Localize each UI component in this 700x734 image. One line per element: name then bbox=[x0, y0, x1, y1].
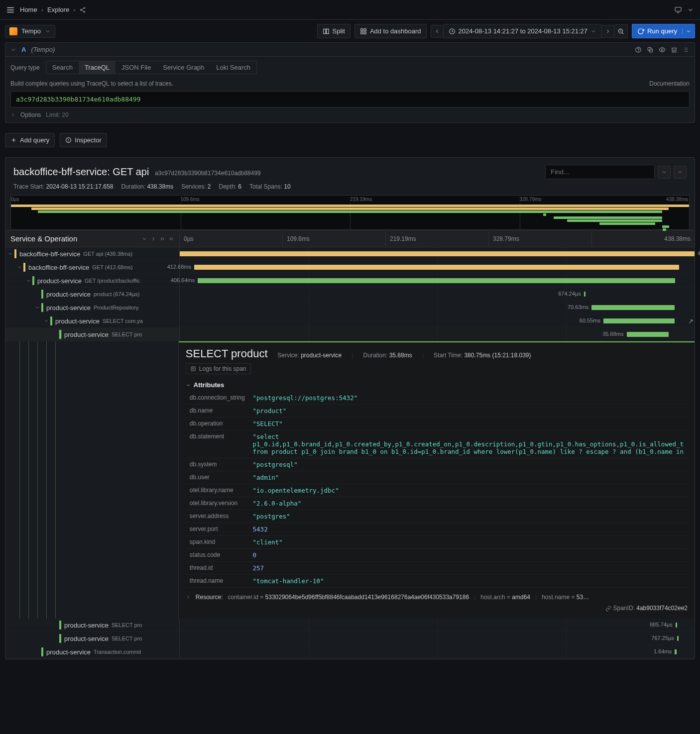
span-bar[interactable] bbox=[198, 278, 675, 283]
attr-key: db.connection_string bbox=[186, 392, 249, 405]
svg-rect-8 bbox=[675, 7, 681, 11]
share-icon[interactable] bbox=[79, 6, 86, 13]
collapse-all-icon[interactable] bbox=[141, 236, 147, 242]
attr-value: "client" bbox=[249, 536, 688, 549]
split-button[interactable]: Split bbox=[317, 24, 350, 38]
drag-handle-icon[interactable] bbox=[683, 46, 690, 53]
span-bar[interactable] bbox=[675, 649, 677, 654]
eye-icon[interactable] bbox=[659, 46, 666, 53]
span-service: product-service bbox=[37, 277, 82, 285]
span-bar[interactable] bbox=[676, 623, 677, 628]
span-bar[interactable] bbox=[194, 265, 679, 270]
attr-row: db.operation"SELECT" bbox=[186, 418, 688, 430]
span-operation: GET /product/backoffic bbox=[85, 278, 140, 284]
span-id: SpanID: 4ab9033f74c02ee2 bbox=[186, 605, 688, 612]
attr-key: db.statement bbox=[186, 430, 249, 458]
span-detail-start: Start Time: 380.75ms (15:21:18.039) bbox=[434, 352, 531, 359]
trash-icon[interactable] bbox=[671, 46, 678, 53]
span-bar[interactable] bbox=[584, 292, 585, 297]
time-range-picker[interactable]: 2024-08-13 14:21:27 to 2024-08-13 15:21:… bbox=[444, 24, 602, 38]
span-bar[interactable] bbox=[677, 636, 679, 641]
time-next-button[interactable] bbox=[601, 25, 614, 38]
span-duration: 885.74µs bbox=[650, 622, 675, 628]
chevron-down-icon[interactable] bbox=[687, 6, 694, 13]
span-color-bar bbox=[41, 303, 43, 312]
add-query-button[interactable]: Add query bbox=[5, 133, 55, 147]
traceql-input[interactable]: a3c97d283b3390b81734e610adb88499 bbox=[10, 91, 690, 107]
attr-row: db.connection_string"postgresql://postgr… bbox=[186, 392, 688, 405]
attr-key: db.system bbox=[186, 458, 249, 471]
run-query-button[interactable]: Run query bbox=[632, 24, 695, 38]
breadcrumb-home[interactable]: Home bbox=[20, 6, 37, 13]
span-bar[interactable] bbox=[603, 318, 675, 323]
trace-overview[interactable]: 0µs109.6ms219.19ms328.79ms438.38ms bbox=[10, 195, 690, 230]
collapse-one-icon[interactable] bbox=[159, 236, 165, 242]
attr-row: db.name"product" bbox=[186, 405, 688, 418]
expand-caret-icon[interactable] bbox=[43, 318, 49, 324]
span-row[interactable]: product-serviceSELECT pro885.74µs bbox=[5, 619, 695, 632]
span-row[interactable]: product-serviceSELECT pro35.88ms bbox=[5, 328, 695, 341]
datasource-picker[interactable]: Tempo bbox=[5, 25, 55, 38]
tempo-logo-icon bbox=[9, 27, 17, 35]
resource-summary[interactable]: Resource: container.id = 533029064be5d96… bbox=[186, 594, 688, 601]
monitor-icon[interactable] bbox=[674, 6, 682, 14]
add-to-dashboard-button[interactable]: Add to dashboard bbox=[354, 24, 427, 38]
span-operation: SELECT pro bbox=[112, 331, 142, 337]
expand-caret-icon bbox=[52, 635, 58, 641]
copy-icon[interactable] bbox=[647, 46, 654, 53]
svg-point-4 bbox=[81, 9, 82, 10]
span-row[interactable]: product-serviceproduct (674.24µs)674.24µ… bbox=[5, 288, 695, 301]
span-bar[interactable] bbox=[591, 305, 674, 310]
span-bar[interactable] bbox=[627, 332, 669, 337]
find-input[interactable] bbox=[545, 165, 655, 179]
find-prev-button[interactable] bbox=[674, 166, 687, 179]
tab-service-graph[interactable]: Service Graph bbox=[157, 61, 210, 74]
trace-title: backoffice-bff-service: GET api a3c97d28… bbox=[13, 166, 261, 178]
help-icon[interactable] bbox=[635, 46, 642, 53]
attr-value: 5432 bbox=[249, 523, 688, 536]
add-dashboard-label: Add to dashboard bbox=[370, 27, 421, 35]
span-row[interactable]: backoffice-bff-serviceGET api (438.38ms)… bbox=[5, 247, 695, 261]
span-service: product-service bbox=[46, 648, 91, 656]
inspector-button[interactable]: Inspector bbox=[60, 133, 107, 147]
find-next-button[interactable] bbox=[658, 166, 671, 179]
expand-caret-icon[interactable] bbox=[16, 264, 22, 270]
attr-value: "2.6.0-alpha" bbox=[249, 497, 688, 510]
span-row[interactable]: backoffice-bff-serviceGET (412.68ms)412.… bbox=[5, 261, 695, 274]
attr-key: thread.id bbox=[186, 562, 249, 575]
chevron-down-icon[interactable] bbox=[10, 47, 16, 53]
expand-caret-icon[interactable] bbox=[25, 278, 31, 284]
expand-one-icon[interactable] bbox=[150, 236, 156, 242]
breadcrumb-explore[interactable]: Explore bbox=[47, 6, 69, 13]
tab-json-file[interactable]: JSON File bbox=[116, 61, 157, 74]
query-type-tabs: SearchTraceQLJSON FileService GraphLoki … bbox=[46, 61, 257, 74]
span-row[interactable]: product-serviceProductRepository.70.63ms bbox=[5, 301, 695, 315]
logs-for-span-button[interactable]: Logs for this span bbox=[186, 363, 251, 374]
zoom-out-button[interactable] bbox=[614, 24, 628, 38]
attr-value: "tomcat-handler-10" bbox=[249, 575, 688, 588]
span-color-bar bbox=[59, 330, 61, 339]
tab-traceql[interactable]: TraceQL bbox=[79, 61, 116, 74]
svg-point-21 bbox=[638, 51, 639, 51]
span-row[interactable]: product-serviceTransaction.commit1.64ms bbox=[5, 645, 695, 659]
attr-key: status.code bbox=[186, 549, 249, 562]
chevron-right-icon[interactable] bbox=[10, 112, 15, 117]
attributes-section-toggle[interactable]: Attributes bbox=[186, 381, 688, 389]
span-color-bar bbox=[59, 634, 61, 643]
expand-caret-icon[interactable] bbox=[34, 305, 40, 311]
menu-icon[interactable] bbox=[6, 5, 15, 14]
span-bar[interactable] bbox=[180, 251, 695, 256]
svg-rect-10 bbox=[323, 29, 326, 33]
expand-caret-icon[interactable] bbox=[7, 251, 13, 257]
span-row[interactable]: product-serviceGET /product/backoffic406… bbox=[5, 274, 695, 288]
expand-all-icon[interactable] bbox=[168, 236, 174, 242]
tab-search[interactable]: Search bbox=[46, 61, 79, 74]
span-row[interactable]: product-serviceSELECT pro767.25µs bbox=[5, 632, 695, 645]
span-row[interactable]: product-serviceSELECT com.ya60.55ms↗ bbox=[5, 315, 695, 328]
documentation-link[interactable]: Documentation bbox=[649, 80, 690, 87]
options-label[interactable]: Options bbox=[20, 111, 41, 118]
tab-loki-search[interactable]: Loki Search bbox=[210, 61, 256, 74]
time-prev-button[interactable] bbox=[431, 25, 444, 38]
attr-key: span.kind bbox=[186, 536, 249, 549]
span-color-bar bbox=[50, 316, 52, 325]
